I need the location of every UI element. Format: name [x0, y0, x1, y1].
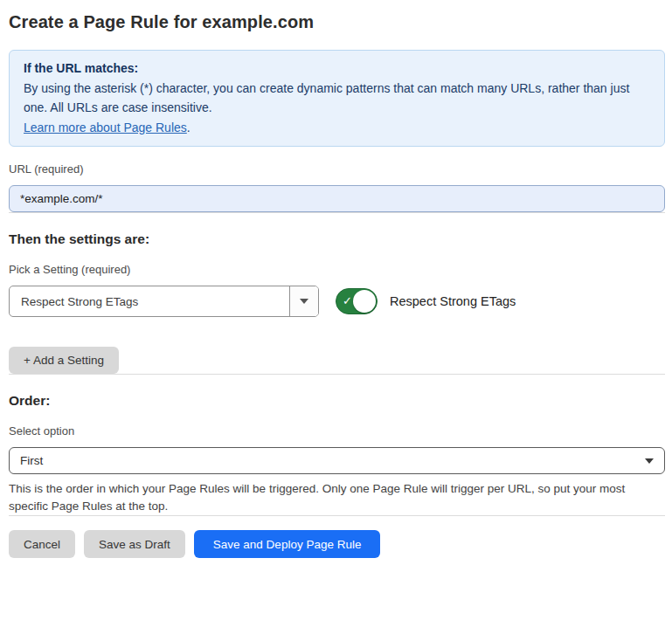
save-deploy-button[interactable]: Save and Deploy Page Rule	[194, 530, 381, 558]
setting-toggle[interactable]: ✓	[336, 288, 378, 314]
order-select[interactable]: First	[9, 447, 665, 474]
page-rule-form: Create a Page Rule for example.com If th…	[9, 12, 665, 558]
info-box-body: By using the asterisk (*) character, you…	[24, 79, 650, 118]
url-input[interactable]	[9, 185, 665, 212]
url-field-label: URL (required)	[9, 162, 665, 176]
toggle-knob	[353, 290, 376, 313]
form-footer: Cancel Save as Draft Save and Deploy Pag…	[9, 530, 665, 558]
order-select-label: Select option	[9, 424, 665, 438]
chevron-down-icon	[645, 458, 654, 464]
divider	[9, 212, 665, 213]
setting-select-value: Respect Strong ETags	[10, 286, 289, 316]
settings-section-heading: Then the settings are:	[9, 231, 665, 247]
link-suffix: .	[187, 121, 191, 134]
setting-row: Respect Strong ETags ✓ Respect Strong ET…	[9, 286, 665, 317]
chevron-down-icon	[300, 299, 308, 304]
url-match-info-box: If the URL matches: By using the asteris…	[9, 50, 665, 147]
order-section-heading: Order:	[9, 393, 665, 409]
pick-setting-label: Pick a Setting (required)	[9, 263, 665, 276]
info-box-link-line: Learn more about Page Rules.	[24, 118, 650, 138]
divider	[9, 515, 665, 516]
check-icon: ✓	[343, 295, 352, 307]
toggle-label: Respect Strong ETags	[390, 294, 516, 308]
add-setting-button[interactable]: + Add a Setting	[9, 347, 119, 374]
info-box-heading: If the URL matches:	[24, 59, 650, 79]
setting-select-arrow-button[interactable]	[289, 286, 318, 316]
page-title: Create a Page Rule for example.com	[9, 12, 665, 32]
cancel-button[interactable]: Cancel	[9, 530, 75, 558]
learn-more-link[interactable]: Learn more about Page Rules	[24, 121, 187, 134]
order-select-value: First	[20, 454, 645, 467]
save-draft-button[interactable]: Save as Draft	[84, 530, 185, 558]
order-help-text: This is the order in which your Page Rul…	[9, 480, 665, 515]
setting-select[interactable]: Respect Strong ETags	[9, 286, 319, 317]
divider	[9, 374, 665, 375]
